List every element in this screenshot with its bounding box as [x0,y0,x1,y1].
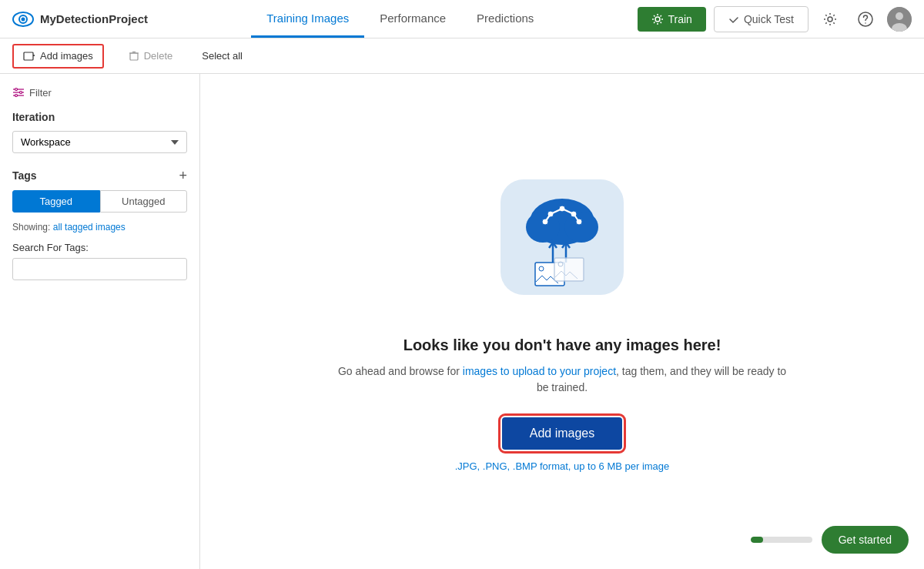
select-all-label: Select all [202,50,243,62]
filter-icon [12,86,25,99]
svg-point-27 [526,212,560,243]
add-images-toolbar-button[interactable]: Add images [12,44,104,69]
iteration-title: Iteration [12,111,187,123]
tab-predictions[interactable]: Predictions [461,1,549,38]
user-avatar[interactable] [887,7,912,32]
format-hint: .JPG, .PNG, .BMP format, up to 6 MB per … [455,460,670,472]
tab-training-images[interactable]: Training Images [251,1,364,38]
toolbar: Add images Delete Select all [0,38,924,74]
trash-icon [129,51,139,62]
progress-indicator [751,537,812,543]
add-images-toolbar-label: Add images [40,50,93,62]
filter-row[interactable]: Filter [12,86,187,99]
main-layout: Filter Iteration Workspace Tags + Tagged… [0,74,924,569]
train-button[interactable]: Train [638,7,706,32]
app-logo-icon [12,8,34,30]
train-button-label: Train [668,13,692,25]
help-button[interactable] [852,8,879,30]
svg-rect-13 [130,53,138,60]
svg-point-18 [15,95,18,97]
settings-icon [822,12,838,27]
main-content: Looks like you don't have any images her… [200,74,924,569]
delete-label: Delete [144,50,173,62]
svg-point-28 [564,212,598,243]
svg-point-3 [655,17,660,22]
help-icon [858,12,873,27]
select-all-button[interactable]: Select all [197,45,247,66]
svg-point-16 [15,89,18,91]
empty-state-description: Go ahead and browse for images to upload… [331,363,793,396]
svg-point-6 [865,22,866,24]
nav-tabs: Training Images Performance Predictions [163,1,637,38]
check-icon [728,14,739,25]
quick-test-label: Quick Test [744,13,794,25]
settings-button[interactable] [816,8,844,30]
project-name: MyDetectionProject [40,12,148,25]
iteration-select[interactable]: Workspace [12,131,187,153]
search-tags-input[interactable] [12,258,187,280]
add-tag-button[interactable]: + [179,169,187,182]
empty-state-link[interactable]: images to upload to your project [463,365,616,377]
untagged-button[interactable]: Untagged [100,190,188,213]
add-images-icon [23,50,35,62]
sidebar: Filter Iteration Workspace Tags + Tagged… [0,74,200,569]
nav-actions: Train Quick Test [638,6,912,32]
tab-performance[interactable]: Performance [364,1,461,38]
showing-link[interactable]: all tagged images [53,222,126,233]
delete-button[interactable]: Delete [119,45,182,66]
showing-text: Showing: all tagged images [12,222,187,233]
svg-point-4 [828,17,832,22]
svg-rect-10 [24,52,33,60]
gear-train-icon [651,13,664,25]
svg-point-2 [22,17,25,21]
quick-test-button[interactable]: Quick Test [714,6,808,32]
tags-header: Tags + [12,169,187,182]
progress-fill [751,537,763,543]
tagged-button[interactable]: Tagged [12,190,100,213]
empty-state-title: Looks like you don't have any images her… [403,336,721,354]
tags-title: Tags [12,169,37,182]
svg-point-17 [20,92,22,94]
search-label: Search For Tags: [12,242,187,253]
get-started-bar: Get started [751,526,909,554]
filter-label: Filter [29,87,52,99]
empty-state: Looks like you don't have any images her… [331,172,793,472]
svg-rect-47 [554,258,584,281]
tag-toggle: Tagged Untagged [12,190,187,213]
svg-point-8 [896,12,903,20]
top-nav: MyDetectionProject Training Images Perfo… [0,0,924,38]
nav-logo: MyDetectionProject [12,8,148,30]
add-images-main-button[interactable]: Add images [502,417,623,450]
avatar-icon [887,7,912,32]
get-started-button[interactable]: Get started [822,526,909,554]
empty-state-illustration [485,172,639,318]
